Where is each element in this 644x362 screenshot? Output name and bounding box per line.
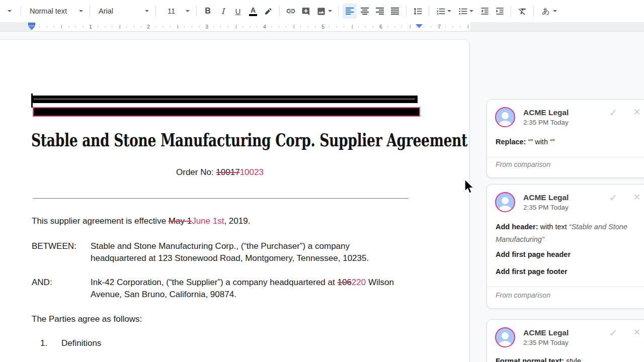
justify-button[interactable]: [388, 4, 402, 19]
font-family-dropdown[interactable]: Arial: [94, 4, 152, 19]
suggestion-description: Format normal text: style: [496, 355, 640, 362]
and-text[interactable]: Ink-42 Corporation, (“the Supplier”) a c…: [91, 277, 412, 301]
effective-date-line[interactable]: This supplier agreement is effective May…: [32, 215, 250, 227]
bold-button[interactable]: B: [201, 4, 215, 19]
toolbar-overflow-button[interactable]: [3, 4, 17, 19]
chevron-down-icon: [469, 10, 473, 12]
suggested-redacted-text-block[interactable]: [33, 107, 420, 117]
toolbar-divider: [90, 6, 90, 17]
accept-suggestion-button[interactable]: ✓: [606, 327, 620, 339]
paint-format-icon: [264, 7, 273, 16]
paint-format-button[interactable]: [261, 4, 275, 19]
toolbar-divider: [21, 6, 21, 17]
accept-suggestion-button[interactable]: ✓: [606, 192, 620, 204]
reject-suggestion-button[interactable]: ✕: [630, 327, 644, 338]
horizontal-ruler[interactable]: 1 2 3 4 5 6 7: [0, 22, 644, 32]
bulleted-list-button[interactable]: [455, 4, 476, 19]
align-center-button[interactable]: [358, 4, 372, 19]
align-left-icon: [345, 7, 354, 16]
toolbar-divider: [533, 6, 534, 17]
chevron-down-icon: [553, 10, 557, 12]
ruler-number: 5: [321, 24, 325, 30]
align-center-icon: [360, 7, 369, 16]
suggestion-card-format-text[interactable]: ACME Legal 2:35 PM Today ✓ ✕ Format norm…: [487, 319, 644, 362]
reject-suggestion-button[interactable]: ✕: [630, 107, 644, 118]
suggestion-description: Replace: “” with “”: [496, 136, 640, 148]
ruler-half-tick: [410, 25, 411, 29]
insert-link-button[interactable]: [284, 4, 298, 19]
italic-icon: I: [221, 7, 224, 16]
list-item-number[interactable]: 1.: [40, 337, 47, 349]
toolbar: Normal text Arial 11 B I U A: [0, 0, 644, 22]
toolbar-divider: [406, 6, 407, 17]
text-color-icon: A: [249, 7, 257, 16]
between-text[interactable]: Stable and Stone Manufacturing Corp., (“…: [91, 240, 381, 264]
suggestion-action: Add header:: [496, 223, 538, 231]
comment-timestamp: 2:35 PM Today: [523, 339, 569, 346]
ruler-number: 3: [205, 24, 208, 30]
underline-button[interactable]: U: [231, 4, 245, 19]
between-label[interactable]: BETWEEN:: [32, 240, 92, 252]
comment-author: ACME Legal: [523, 328, 569, 337]
right-indent-marker[interactable]: [416, 24, 423, 28]
toolbar-divider: [511, 6, 511, 17]
font-family-value: Arial: [99, 7, 113, 15]
text-color-button[interactable]: A: [246, 4, 260, 19]
document-page[interactable]: Stable and Stone Manufacturing Corp. Sup…: [0, 39, 469, 362]
document-title[interactable]: Stable and Stone Manufacturing Corp. Sup…: [31, 129, 404, 150]
bold-icon: B: [205, 7, 211, 16]
suggestion-card-add-header[interactable]: ACME Legal 2:35 PM Today ✓ ✕ Add header:…: [487, 184, 644, 309]
order-label: Order No:: [176, 167, 216, 177]
suggestion-detail: style: [564, 357, 581, 362]
suggestion-card-replace[interactable]: ACME Legal 2:35 PM Today ✓ ✕ Replace: “”…: [487, 99, 644, 178]
add-comment-button[interactable]: [299, 4, 313, 19]
font-size-dropdown[interactable]: 11: [159, 4, 193, 19]
insert-image-button[interactable]: [314, 4, 334, 19]
toolbar-divider: [196, 6, 197, 17]
accept-suggestion-button[interactable]: ✓: [606, 107, 620, 119]
list-item-definitions[interactable]: Definitions: [61, 337, 101, 349]
ruler-number: 2: [147, 24, 150, 30]
increase-indent-icon: [495, 7, 505, 16]
left-indent-marker[interactable]: [28, 26, 35, 30]
suggestion-description: Add header: with text “Stable and Stone …: [496, 221, 640, 246]
suggested-deletion: 106: [337, 278, 351, 287]
image-icon: [316, 7, 326, 16]
comment-author: ACME Legal: [523, 108, 569, 117]
numbered-list-button[interactable]: [433, 4, 454, 19]
suggested-deletion: May 1: [169, 216, 192, 226]
paragraph-style-dropdown[interactable]: Normal text: [25, 4, 86, 19]
suggestion-action: Format normal text:: [496, 357, 564, 362]
italic-button[interactable]: I: [216, 4, 230, 19]
avatar: [495, 107, 515, 127]
align-right-button[interactable]: [373, 4, 387, 19]
line-spacing-icon: [413, 7, 423, 16]
align-left-button[interactable]: [343, 4, 357, 19]
suggestion-action: Replace:: [496, 138, 526, 146]
first-line-indent-marker[interactable]: [28, 23, 35, 26]
suggestion-detail: “” with “”: [526, 138, 554, 146]
reject-suggestion-button[interactable]: ✕: [630, 192, 644, 203]
ruler-half-tick: [468, 25, 468, 29]
parties-agree-line[interactable]: The Parties agree as follows:: [32, 313, 142, 325]
suggested-insertion: 220: [352, 278, 366, 287]
underline-icon: U: [235, 7, 241, 16]
justify-icon: [390, 7, 399, 16]
effective-text-after: , 2019.: [224, 216, 250, 226]
comment-timestamp: 2:35 PM Today: [523, 204, 569, 211]
effective-text: This supplier agreement is effective: [32, 216, 169, 226]
mouse-pointer-icon: [464, 179, 476, 197]
ruler-half-tick: [120, 25, 120, 29]
input-tools-button[interactable]: あ: [538, 4, 561, 19]
redacted-text-block[interactable]: [32, 96, 418, 103]
clear-formatting-button[interactable]: [515, 4, 529, 19]
decrease-indent-button[interactable]: [477, 4, 492, 19]
order-number-line[interactable]: Order No: 1001710023: [176, 166, 264, 178]
and-label[interactable]: AND:: [32, 277, 92, 289]
increase-indent-button[interactable]: [493, 4, 507, 19]
ruler-half-tick: [294, 25, 294, 29]
line-spacing-button[interactable]: [411, 4, 425, 19]
clear-formatting-icon: [518, 7, 527, 16]
comment-author: ACME Legal: [523, 193, 569, 202]
chevron-down-icon: [447, 10, 451, 12]
